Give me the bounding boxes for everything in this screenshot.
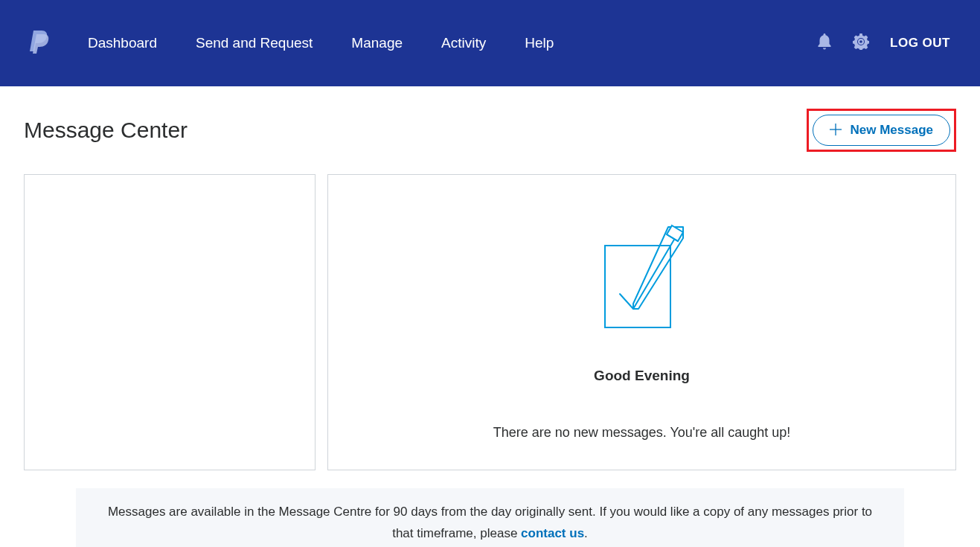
new-message-button[interactable]: New Message — [813, 115, 951, 146]
message-list-panel — [24, 174, 316, 470]
compose-illustration-icon — [598, 223, 687, 338]
nav-send-request[interactable]: Send and Request — [196, 35, 313, 51]
notifications-button[interactable] — [817, 33, 832, 53]
highlight-box: New Message — [807, 109, 957, 152]
bell-icon — [817, 33, 832, 53]
nav-dashboard[interactable]: Dashboard — [88, 35, 157, 51]
nav-help[interactable]: Help — [525, 35, 554, 51]
greeting-text: Good Evening — [594, 368, 690, 384]
empty-state-text: There are no new messages. You're all ca… — [493, 425, 791, 441]
gear-icon — [853, 33, 869, 53]
panels-container: Good Evening There are no new messages. … — [24, 174, 956, 470]
logout-button[interactable]: LOG OUT — [890, 36, 950, 51]
nav-manage[interactable]: Manage — [351, 35, 403, 51]
main-header: Dashboard Send and Request Manage Activi… — [0, 0, 980, 86]
nav-activity[interactable]: Activity — [441, 35, 486, 51]
footer-text-1: Messages are available in the Message Ce… — [108, 505, 872, 540]
footer-text-2: . — [584, 526, 588, 540]
page-title: Message Center — [24, 118, 188, 143]
settings-button[interactable] — [853, 33, 869, 53]
svg-rect-2 — [605, 246, 670, 327]
page-content: Message Center New Message — [0, 86, 980, 547]
page-header: Message Center New Message — [24, 109, 956, 152]
main-nav: Dashboard Send and Request Manage Activi… — [88, 35, 817, 51]
footer-notice: Messages are available in the Message Ce… — [76, 488, 904, 547]
new-message-label: New Message — [851, 123, 934, 138]
contact-us-link[interactable]: contact us — [521, 526, 584, 540]
plus-icon — [830, 123, 842, 138]
paypal-logo-icon[interactable] — [30, 29, 51, 57]
message-detail-panel: Good Evening There are no new messages. … — [327, 174, 956, 470]
header-actions: LOG OUT — [817, 33, 950, 53]
